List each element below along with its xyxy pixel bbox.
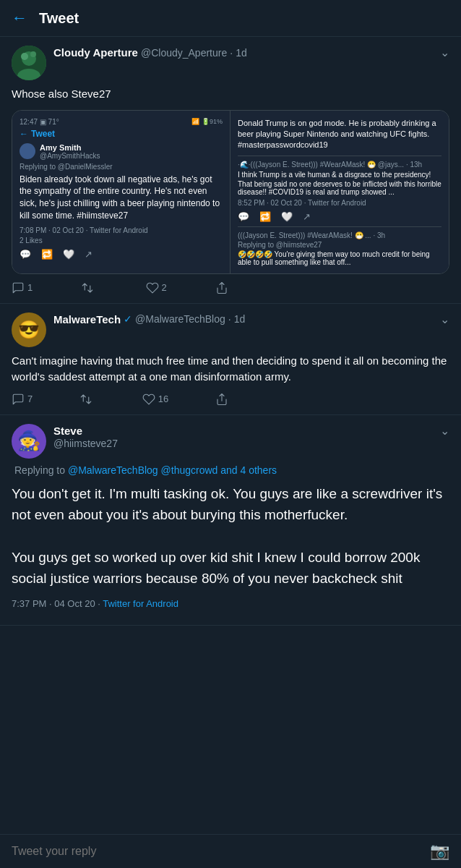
embedded-reply-btn2[interactable]: 💬	[238, 211, 249, 222]
share-icon-2	[215, 393, 228, 406]
main-tweet-text1: You don't get it. I'm multi tasking ok. …	[12, 486, 442, 522]
embedded-body: Biden already took down all negative ads…	[20, 174, 223, 222]
reply-input-container: 📷	[0, 834, 461, 868]
like-count: 2	[162, 282, 167, 293]
svg-point-3	[21, 53, 28, 60]
main-tweet-header: 🧙 Steve ⌄ @hiimsteve27	[12, 424, 449, 459]
embedded-like-btn[interactable]: 🤍	[63, 249, 74, 260]
tweet-header-2: 😎 MalwareTech ✓ @MalwareTechBlog · 1d ⌄	[12, 312, 449, 347]
verified-badge: ✓	[124, 313, 132, 325]
embedded-tweet-card: 12:47 ▣ 71° 📶 🔋91% ← Tweet Amy Smith @Am…	[12, 110, 449, 274]
embedded-right: Donald Trump is on god mode. He is proba…	[231, 111, 449, 273]
reply-count: 1	[27, 282, 33, 293]
retweet-icon	[81, 281, 94, 294]
chevron-down-icon[interactable]: ⌄	[434, 46, 449, 59]
platform-link[interactable]: Twitter for Android	[103, 598, 178, 609]
embedded-retweet-btn2[interactable]: 🔁	[259, 211, 271, 222]
embedded-reply2-user: (((Jayson E. Street))) #WearAMask! 😷 ...…	[238, 231, 441, 239]
main-tweet-body: You don't get it. I'm multi tasking ok. …	[12, 483, 449, 590]
like-button-2[interactable]: 16	[142, 393, 168, 406]
tweet-malwaretech: 😎 MalwareTech ✓ @MalwareTechBlog · 1d ⌄ …	[0, 304, 461, 415]
tweet-user-row-2: MalwareTech ✓ @MalwareTechBlog · 1d ⌄	[53, 312, 449, 326]
reply-input[interactable]	[12, 845, 423, 858]
camera-button[interactable]: 📷	[430, 842, 449, 861]
embedded-reply-label: Replying to @DanielMiessler	[20, 163, 223, 171]
embedded-like-btn2[interactable]: 🤍	[281, 211, 293, 222]
embedded-display-name: Amy Smith	[40, 143, 100, 152]
share-button[interactable]	[215, 281, 228, 294]
dot-sep-2: ·	[228, 313, 231, 325]
tweet-user-row: Cloudy Aperture @Cloudy_Aperture · 1d ⌄	[53, 46, 449, 59]
embedded-actions2: 💬 🔁 🤍 ↗	[238, 211, 441, 222]
embedded-reply2-label: Replying to @hiimsteve27	[238, 241, 441, 249]
chevron-down-icon-2[interactable]: ⌄	[434, 312, 449, 326]
main-tweet: 🧙 Steve ⌄ @hiimsteve27 Replying to @Malw…	[0, 415, 461, 626]
avatar-steve: 🧙	[12, 424, 46, 459]
retweet-button[interactable]	[81, 281, 97, 294]
main-tweet-user-row: Steve ⌄	[53, 424, 449, 438]
divider	[238, 156, 441, 156]
retweet-button-2[interactable]	[79, 393, 95, 406]
back-button[interactable]: ←	[12, 9, 27, 27]
like-button[interactable]: 2	[146, 281, 167, 294]
display-name: Cloudy Aperture	[53, 46, 138, 59]
main-username: @hiimsteve27	[53, 438, 449, 449]
tweet-timestamp: 7:37 PM · 04 Oct 20 · Twitter for Androi…	[12, 598, 449, 609]
header: ← Tweet	[0, 0, 461, 37]
reply-count-2: 7	[27, 393, 33, 404]
reply-button[interactable]: 1	[12, 281, 33, 294]
embedded-reply2-body: 🤣🤣🤣🤣 You're giving them way too much cre…	[238, 250, 441, 266]
embedded-right-body: Donald Trump is on god mode. He is proba…	[238, 118, 441, 151]
embedded-screen-title: Tweet	[31, 129, 55, 139]
embedded-timestamp2: 8:52 PM · 02 Oct 20 · Twitter for Androi…	[238, 199, 441, 207]
embedded-likes: 2 Likes	[20, 237, 223, 244]
tweet-time-2: 1d	[234, 313, 246, 325]
tweet-body: Whose also Steve27	[12, 86, 449, 103]
embedded-share-btn2[interactable]: ↗	[303, 211, 311, 222]
timestamp-time: 7:37 PM · 04 Oct 20 ·	[12, 598, 103, 609]
status-bar-icons: 📶 🔋91%	[191, 118, 223, 125]
heart-icon-2	[142, 393, 155, 406]
tweet-user-info-2: MalwareTech ✓ @MalwareTechBlog · 1d	[53, 313, 245, 326]
main-display-name: Steve	[53, 425, 82, 437]
status-bar-time: 12:47 ▣ 71°	[20, 118, 59, 126]
avatar	[12, 46, 46, 80]
embedded-actions: 💬 🔁 🤍 ↗	[20, 249, 223, 260]
tweet-meta-2: MalwareTech ✓ @MalwareTechBlog · 1d ⌄	[53, 312, 449, 326]
dot-separator: ·	[230, 47, 233, 59]
share-button-2[interactable]	[215, 393, 228, 406]
embedded-username: @AmySmithHacks	[40, 152, 100, 160]
tweet-actions-2: 7 16	[12, 393, 228, 406]
share-icon	[215, 281, 228, 294]
tweet-user-info: Cloudy Aperture @Cloudy_Aperture · 1d	[53, 46, 247, 59]
page-title: Tweet	[39, 10, 79, 27]
embedded-reply-body2: That being said no one deserves to be in…	[238, 180, 441, 196]
tweet-header: Cloudy Aperture @Cloudy_Aperture · 1d ⌄	[12, 46, 449, 80]
chevron-down-icon-main[interactable]: ⌄	[434, 424, 449, 438]
tweet-meta: Cloudy Aperture @Cloudy_Aperture · 1d ⌄	[53, 46, 449, 59]
tweet-time: 1d	[236, 47, 247, 59]
main-tweet-meta: Steve ⌄ @hiimsteve27	[53, 424, 449, 449]
main-tweet-text2: You guys get so worked up over kid shit …	[12, 550, 420, 586]
username-2: @MalwareTechBlog	[135, 313, 225, 325]
embedded-retweet-btn[interactable]: 🔁	[41, 249, 53, 260]
embedded-back-icon: ←	[20, 129, 28, 139]
replying-to-label: Replying to @MalwareTechBlog @thugcrowd …	[14, 464, 449, 476]
tweet-body-2: Can't imagine having that much free time…	[12, 353, 449, 386]
username: @Cloudy_Aperture	[141, 47, 227, 59]
embedded-timestamp: 7:08 PM · 02 Oct 20 · Twitter for Androi…	[20, 226, 223, 234]
display-name-2: MalwareTech	[53, 313, 121, 326]
divider2	[238, 226, 441, 227]
tweet-actions: 1 2	[12, 281, 228, 294]
embedded-reply-btn[interactable]: 💬	[20, 249, 31, 260]
embedded-left: 12:47 ▣ 71° 📶 🔋91% ← Tweet Amy Smith @Am…	[12, 111, 231, 273]
reply-button-2[interactable]: 7	[12, 393, 33, 406]
embedded-share-btn[interactable]: ↗	[85, 249, 92, 260]
replying-label: Replying to	[14, 464, 65, 476]
retweet-icon-2	[79, 393, 92, 406]
tweet-cloudy-aperture: Cloudy Aperture @Cloudy_Aperture · 1d ⌄ …	[0, 37, 461, 304]
embedded-reply-user: ·🌊·(((Jayson E. Street))) #WearAMask! 😷 …	[238, 161, 441, 169]
embedded-reply-body1: I think Trump is a vile human & a disgra…	[238, 171, 441, 179]
replying-link[interactable]: @MalwareTechBlog @thugcrowd and 4 others	[68, 464, 277, 476]
heart-icon	[146, 281, 159, 294]
